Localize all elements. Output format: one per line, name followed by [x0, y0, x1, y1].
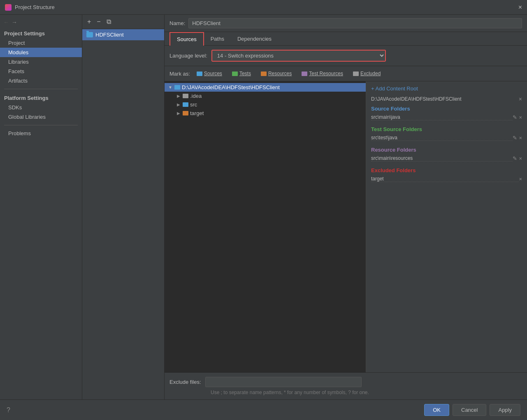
- sidebar-item-facets[interactable]: Facets: [0, 67, 82, 76]
- exclude-files-row: Exclude files:: [169, 377, 522, 387]
- test-source-folder-entry: src\test\java ✎ ×: [371, 134, 522, 142]
- tree-target-folder-icon: [183, 111, 188, 115]
- app-icon: [5, 4, 12, 11]
- tree-root-folder-icon: [174, 85, 180, 90]
- exclude-files-hint: Use ; to separate name patterns, * for a…: [169, 390, 522, 395]
- project-settings-label: Project Settings: [0, 28, 82, 38]
- tree-arrow-idea: ▶: [176, 94, 181, 98]
- sidebar-item-artifacts[interactable]: Artifacts: [0, 76, 82, 85]
- tree-root-item[interactable]: ▼ D:\JAVAcodeIDEA\HDFStest\HDFSClient: [165, 83, 366, 92]
- mark-as-resources-button[interactable]: Resources: [258, 69, 295, 78]
- right-panel: Name: Sources Paths Dependencies Languag…: [165, 15, 527, 399]
- source-folder-remove-button[interactable]: ×: [519, 114, 522, 120]
- sidebar-item-sdks[interactable]: SDKs: [0, 103, 82, 112]
- platform-settings-label: Platform Settings: [0, 92, 82, 103]
- excluded-folder-entry: target ×: [371, 175, 522, 183]
- excluded-folder-remove-button[interactable]: ×: [519, 176, 522, 182]
- sidebar: ← → Project Settings Project Modules Lib…: [0, 15, 82, 399]
- sources-folder-icon: [197, 72, 202, 76]
- add-content-root-button[interactable]: + Add Content Root: [371, 85, 522, 92]
- tabs-bar: Sources Paths Dependencies: [165, 32, 527, 46]
- sidebar-item-libraries[interactable]: Libraries: [0, 57, 82, 67]
- sidebar-item-project[interactable]: Project: [0, 38, 82, 48]
- source-folder-actions: ✎ ×: [513, 114, 522, 120]
- module-toolbar: + − ⧉: [82, 15, 164, 29]
- nav-forward-button[interactable]: →: [12, 19, 17, 25]
- test-source-folders-title: Test Source Folders: [371, 126, 522, 132]
- module-folder-icon: [86, 32, 93, 37]
- title-bar-left: Project Structure: [5, 4, 55, 11]
- ok-button[interactable]: OK: [424, 404, 449, 416]
- mark-as-excluded-button[interactable]: Excluded: [350, 69, 384, 78]
- tree-item-idea[interactable]: ▶ .idea: [165, 92, 366, 100]
- mark-as-tests-button[interactable]: Tests: [229, 69, 254, 78]
- name-label: Name:: [169, 20, 185, 26]
- tree-arrow-src: ▶: [176, 102, 181, 107]
- sidebar-item-global-libraries[interactable]: Global Libraries: [0, 112, 82, 122]
- cancel-button[interactable]: Cancel: [453, 404, 486, 416]
- copy-module-button[interactable]: ⧉: [105, 17, 113, 26]
- test-source-folder-actions: ✎ ×: [513, 135, 522, 141]
- exclude-files-input[interactable]: [205, 377, 362, 387]
- test-source-folder-path: src\test\java: [371, 135, 513, 141]
- resource-folder-edit-button[interactable]: ✎: [513, 155, 517, 162]
- nav-back-button[interactable]: ←: [3, 19, 9, 25]
- tab-dependencies[interactable]: Dependencies: [231, 32, 278, 45]
- mark-as-bar: Mark as: Sources Tests Resources Test Re…: [165, 66, 527, 81]
- tests-folder-icon: [232, 72, 238, 76]
- help-button[interactable]: ?: [7, 406, 10, 414]
- tree-item-target[interactable]: ▶ target: [165, 109, 366, 118]
- source-folder-edit-button[interactable]: ✎: [513, 114, 517, 120]
- language-level-label: Language level:: [169, 53, 207, 59]
- resource-folder-path: src\main\resources: [371, 155, 513, 162]
- excluded-folder-icon: [353, 72, 359, 76]
- sidebar-item-problems[interactable]: Problems: [0, 129, 82, 138]
- language-level-select[interactable]: 14 - Switch expressions 13 - Text blocks…: [212, 51, 385, 61]
- resource-folder-entry: src\main\resources ✎ ×: [371, 155, 522, 162]
- module-panel: + − ⧉ HDFSClient: [82, 15, 165, 399]
- file-tree[interactable]: ▼ D:\JAVAcodeIDEA\HDFStest\HDFSClient ▶ …: [165, 81, 366, 372]
- mark-as-label: Mark as:: [169, 71, 190, 77]
- test-source-folders-section: Test Source Folders src\test\java ✎ ×: [371, 126, 522, 142]
- source-folder-entry: src\main\java ✎ ×: [371, 113, 522, 121]
- add-module-button[interactable]: +: [86, 17, 93, 26]
- content-root-close-button[interactable]: ×: [519, 96, 522, 102]
- content-root-path: D:\JAVAcodeIDEA\HDFStest\HDFSClient: [371, 96, 462, 102]
- resource-folders-section: Resource Folders src\main\resources ✎ ×: [371, 147, 522, 162]
- source-folders-title: Source Folders: [371, 106, 522, 112]
- main-content: ← → Project Settings Project Modules Lib…: [0, 15, 527, 399]
- tab-sources[interactable]: Sources: [169, 32, 204, 46]
- resources-folder-icon: [261, 72, 267, 76]
- close-button[interactable]: ×: [518, 4, 522, 11]
- source-folders-section: Source Folders src\main\java ✎ ×: [371, 106, 522, 121]
- sidebar-item-modules[interactable]: Modules: [0, 48, 82, 57]
- test-source-folder-remove-button[interactable]: ×: [519, 135, 522, 141]
- project-structure-dialog: Project Structure × ← → Project Settings…: [0, 0, 527, 420]
- name-input[interactable]: [188, 18, 522, 28]
- footer-buttons: OK Cancel Apply: [424, 404, 520, 416]
- sidebar-divider: [4, 89, 78, 89]
- source-folder-path: src\main\java: [371, 114, 513, 120]
- exclude-files-label: Exclude files:: [169, 379, 201, 385]
- info-panel: + Add Content Root D:\JAVAcodeIDEA\HDFSt…: [366, 81, 527, 372]
- mark-as-test-resources-button[interactable]: Test Resources: [298, 69, 346, 78]
- nav-row: ← →: [0, 18, 82, 28]
- bottom-area: Exclude files: Use ; to separate name pa…: [165, 372, 527, 399]
- apply-button[interactable]: Apply: [490, 404, 520, 416]
- excluded-folders-section: Excluded Folders target ×: [371, 167, 522, 183]
- test-resources-folder-icon: [302, 72, 307, 76]
- module-item-hdfsclient[interactable]: HDFSClient: [82, 29, 164, 40]
- content-root-header: D:\JAVAcodeIDEA\HDFStest\HDFSClient ×: [371, 96, 522, 102]
- tree-src-folder-icon: [183, 102, 188, 107]
- tree-item-src[interactable]: ▶ src: [165, 100, 366, 109]
- test-source-folder-edit-button[interactable]: ✎: [513, 135, 517, 141]
- excluded-folder-path: target: [371, 176, 519, 182]
- tab-paths[interactable]: Paths: [204, 32, 231, 45]
- mark-as-sources-button[interactable]: Sources: [193, 69, 225, 78]
- remove-module-button[interactable]: −: [95, 17, 102, 26]
- tree-arrow-root: ▼: [168, 85, 173, 90]
- language-level-row: Language level: 14 - Switch expressions …: [165, 46, 527, 66]
- resource-folder-actions: ✎ ×: [513, 155, 522, 162]
- resource-folder-remove-button[interactable]: ×: [519, 155, 522, 162]
- excluded-folders-title: Excluded Folders: [371, 167, 522, 173]
